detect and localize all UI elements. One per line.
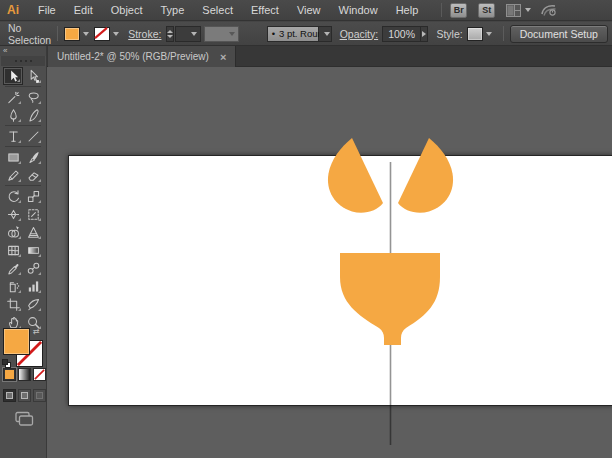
brush-pen-tool[interactable]: [23, 106, 43, 124]
tab-close-icon[interactable]: ×: [220, 52, 226, 62]
slice-tool[interactable]: [23, 295, 43, 313]
width-tool[interactable]: [3, 205, 23, 223]
brush-combo-chevron[interactable]: [319, 26, 332, 42]
workspace-switcher-button[interactable]: [506, 4, 531, 17]
stroke-color-control[interactable]: [94, 27, 119, 41]
stroke-panel-link[interactable]: Stroke:: [128, 28, 161, 40]
screen-mode-icon: [13, 411, 35, 427]
brush-definition-control[interactable]: • 3 pt. Round: [267, 26, 332, 42]
chevron-down-icon[interactable]: [486, 32, 492, 36]
paintbrush-tool[interactable]: [23, 148, 43, 166]
draw-inside-button[interactable]: [33, 389, 46, 402]
funnel-body[interactable]: [340, 253, 440, 345]
chevron-down-icon[interactable]: [83, 32, 89, 36]
fill-color-control[interactable]: [64, 27, 89, 41]
direct-selection-tool[interactable]: [23, 67, 43, 85]
paint-mode-row: [3, 368, 48, 381]
control-separator: [57, 26, 58, 41]
lasso-tool[interactable]: [23, 88, 43, 106]
menu-window[interactable]: Window: [330, 0, 387, 20]
workspace-icon: [506, 4, 521, 17]
bridge-icon[interactable]: Br: [450, 3, 467, 18]
stock-icon[interactable]: St: [478, 3, 495, 18]
stroke-weight-stepper[interactable]: [166, 26, 174, 42]
menu-bar: Ai FileEditObjectTypeSelectEffectViewWin…: [0, 0, 612, 21]
fill-color-proxy[interactable]: [3, 328, 30, 355]
stepper-up-icon[interactable]: [167, 30, 173, 33]
menu-type[interactable]: Type: [152, 0, 194, 20]
stroke-profile-combo: [204, 26, 239, 42]
pencil-tool[interactable]: [3, 166, 23, 184]
draw-behind-button[interactable]: [18, 389, 31, 402]
magic-wand-tool[interactable]: [3, 88, 23, 106]
menu-items: FileEditObjectTypeSelectEffectViewWindow…: [29, 0, 427, 20]
menu-separator: [441, 3, 442, 17]
none-slash-icon: [94, 27, 108, 39]
menu-file[interactable]: File: [29, 0, 65, 20]
perspective-grid-tool[interactable]: [23, 223, 43, 241]
column-graph-tool[interactable]: [23, 277, 43, 295]
chevron-right-icon: [422, 31, 426, 37]
cs-live-button[interactable]: [540, 3, 558, 17]
canvas-pasteboard[interactable]: [47, 67, 612, 458]
left-petal[interactable]: [328, 138, 383, 213]
menu-effect[interactable]: Effect: [242, 0, 288, 20]
menu-object[interactable]: Object: [102, 0, 152, 20]
opacity-expand-button[interactable]: [421, 26, 428, 42]
draw-normal-button[interactable]: [3, 389, 16, 402]
opacity-field[interactable]: 100%: [382, 26, 421, 42]
stepper-down-icon[interactable]: [167, 35, 173, 38]
eraser-tool[interactable]: [23, 166, 43, 184]
stroke-swatch[interactable]: [94, 27, 110, 41]
rectangle-tool[interactable]: [3, 148, 23, 166]
color-mode-button[interactable]: [3, 368, 16, 381]
cs-live-icon: [540, 3, 558, 17]
control-bar: No Selection Stroke: •: [0, 22, 612, 46]
selection-tool[interactable]: [3, 67, 23, 85]
document-tab[interactable]: Untitled-2* @ 50% (RGB/Preview) ×: [48, 46, 236, 67]
menu-edit[interactable]: Edit: [65, 0, 102, 20]
none-mode-button[interactable]: [33, 368, 46, 381]
tools-panel: « ⇄: [0, 46, 47, 458]
screen-mode-button[interactable]: [13, 411, 35, 427]
chevron-down-icon: [191, 32, 197, 36]
line-segment-tool[interactable]: [23, 127, 43, 145]
stroke-weight-combo[interactable]: [175, 26, 200, 42]
pen-tool[interactable]: [3, 106, 23, 124]
right-petal[interactable]: [398, 138, 453, 213]
panel-gripper[interactable]: [1, 56, 45, 66]
gradient-tool[interactable]: [23, 241, 43, 259]
menu-select[interactable]: Select: [193, 0, 242, 20]
style-swatch[interactable]: [467, 27, 483, 41]
opacity-panel-link[interactable]: Opacity:: [340, 28, 379, 40]
chevron-down-icon[interactable]: [113, 32, 119, 36]
swap-fill-stroke-icon[interactable]: ⇄: [33, 327, 45, 338]
symbol-sprayer-tool[interactable]: [3, 277, 23, 295]
selection-status: No Selection: [8, 22, 51, 46]
free-transform-tool[interactable]: [23, 205, 43, 223]
default-fill-stroke-button[interactable]: [2, 359, 13, 369]
menu-help[interactable]: Help: [387, 0, 428, 20]
graphic-style-control[interactable]: [467, 27, 492, 41]
eyedropper-tool[interactable]: [3, 259, 23, 277]
artboard-tool[interactable]: [3, 295, 23, 313]
rotate-tool[interactable]: [3, 187, 23, 205]
none-slash-icon: [34, 369, 45, 380]
blend-tool[interactable]: [23, 259, 43, 277]
illustrator-window: Ai FileEditObjectTypeSelectEffectViewWin…: [0, 0, 612, 458]
chevron-down-icon: [324, 32, 330, 36]
shape-builder-tool[interactable]: [3, 223, 23, 241]
menu-view[interactable]: View: [288, 0, 330, 20]
type-tool[interactable]: [3, 127, 23, 145]
panel-collapse-button[interactable]: «: [0, 46, 46, 56]
tool-grid: [0, 67, 46, 331]
document-setup-button[interactable]: Document Setup: [510, 25, 608, 43]
gradient-mode-button[interactable]: [18, 368, 31, 381]
app-logo: Ai: [7, 3, 19, 17]
chevron-down-icon: [229, 32, 235, 36]
mesh-tool[interactable]: [3, 241, 23, 259]
scale-tool[interactable]: [23, 187, 43, 205]
document-tab-bar: Untitled-2* @ 50% (RGB/Preview) ×: [47, 46, 612, 67]
fill-swatch[interactable]: [64, 27, 80, 41]
brush-definition-field[interactable]: • 3 pt. Round: [267, 26, 319, 42]
